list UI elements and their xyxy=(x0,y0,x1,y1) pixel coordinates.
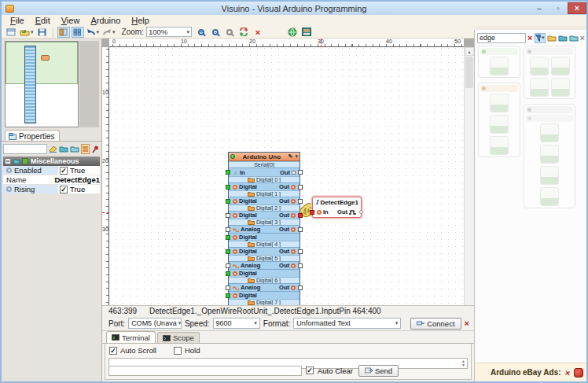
serial-out-pin[interactable] xyxy=(298,170,303,175)
format-select[interactable]: Unformatted Text▾ xyxy=(293,318,401,329)
port-select[interactable]: COM5 (Unava▾ xyxy=(128,318,182,329)
channel-in-pin[interactable] xyxy=(226,185,230,190)
zoom-select[interactable]: 100%▾ xyxy=(146,27,192,37)
channel-in-pin[interactable] xyxy=(226,227,230,232)
collapse-categories-icon[interactable] xyxy=(569,33,579,43)
channel-in-pin[interactable] xyxy=(226,285,230,290)
menu-item-help[interactable]: Help xyxy=(126,16,155,25)
channel-in-pin[interactable] xyxy=(226,213,230,218)
component-thumbnail[interactable] xyxy=(530,78,549,97)
menu-item-edit[interactable]: Edit xyxy=(30,16,56,25)
component-thumbnail[interactable] xyxy=(551,78,570,97)
property-checkbox[interactable]: ✓ xyxy=(60,186,68,193)
send-button[interactable]: Send xyxy=(358,365,399,377)
component-thumbnail[interactable] xyxy=(540,166,559,185)
overview-minimap[interactable] xyxy=(5,41,79,127)
scrollbar-thumb[interactable] xyxy=(465,57,473,88)
delete-icon[interactable]: × xyxy=(252,27,264,38)
component-thumbnail[interactable] xyxy=(540,187,559,206)
menu-item-arduino[interactable]: Arduino xyxy=(85,16,126,25)
property-row-name[interactable]: NameDetectEdge1 xyxy=(3,175,100,185)
connect-button[interactable]: Connect xyxy=(410,318,461,330)
tab-terminal[interactable]: Terminal xyxy=(106,331,156,343)
property-checkbox[interactable]: ✓ xyxy=(60,167,68,175)
close-palette-icon[interactable]: × xyxy=(580,33,586,43)
component-search-input[interactable] xyxy=(477,33,526,43)
send-input[interactable] xyxy=(108,366,302,376)
zoom-fit-icon[interactable] xyxy=(223,27,236,38)
component-category-card[interactable] xyxy=(524,46,575,99)
component-arduino-uno[interactable]: Arduino Uno✎▾Serial[0]InOutDigital[ 0 ]D… xyxy=(228,152,300,305)
minimize-button[interactable]: – xyxy=(530,2,549,14)
board-header[interactable]: Arduino Uno✎▾ xyxy=(229,153,300,161)
properties-filter-input[interactable] xyxy=(3,144,47,154)
speed-select[interactable]: 9600▾ xyxy=(213,318,260,329)
tab-properties[interactable]: Properties xyxy=(5,130,60,142)
channel-out-pin-wired[interactable] xyxy=(298,213,303,218)
hold-checkbox[interactable] xyxy=(174,347,182,355)
component-thumbnail[interactable] xyxy=(530,57,549,75)
filter-button[interactable]: ▾ xyxy=(535,33,546,43)
categorized-view-icon[interactable] xyxy=(81,144,90,154)
auto-scroll-checkbox[interactable]: ✓ xyxy=(109,347,117,355)
compile-icon[interactable] xyxy=(237,27,250,38)
channel-out-pin[interactable] xyxy=(298,285,303,290)
board-edit-icon[interactable]: ✎ xyxy=(288,153,293,160)
channel-in-pin[interactable] xyxy=(226,271,230,276)
component-category-card[interactable] xyxy=(524,104,575,208)
structure-view-toggle[interactable] xyxy=(57,27,70,38)
zoom-in-icon[interactable]: + xyxy=(195,27,208,38)
ads-close-icon[interactable] xyxy=(574,368,583,377)
component-category-card[interactable] xyxy=(478,46,520,78)
redo-icon[interactable]: ▾ xyxy=(101,27,116,38)
channel-out-pin[interactable] xyxy=(298,185,303,190)
property-row-rising[interactable]: Rising✓True xyxy=(3,185,100,194)
channel-in-pin[interactable] xyxy=(226,249,230,254)
property-row-enabled[interactable]: Enabled✓True xyxy=(3,166,100,175)
channel-out-pin[interactable] xyxy=(298,249,303,254)
component-thumbnail[interactable] xyxy=(490,94,509,112)
clear-filter-icon[interactable] xyxy=(49,144,57,154)
auto-clear-checkbox[interactable]: ✓ xyxy=(306,366,314,374)
close-connection-panel-icon[interactable]: × xyxy=(465,319,469,328)
channel-out-pin[interactable] xyxy=(298,199,303,204)
channel-out-pin[interactable] xyxy=(298,263,303,268)
component-thumbnail[interactable] xyxy=(490,57,509,75)
canvas-vertical-scrollbar[interactable]: ▴ ▾ xyxy=(464,47,474,305)
open-project-icon[interactable]: ▾ xyxy=(19,27,35,38)
zoom-out-icon[interactable]: - xyxy=(209,27,222,38)
detectedge-header[interactable]: DetectEdge1 xyxy=(313,197,361,207)
new-category-icon[interactable] xyxy=(547,33,557,43)
channel-in-pin[interactable] xyxy=(226,199,230,204)
property-category-header[interactable]: Miscellaneous xyxy=(3,157,100,166)
channel-in-pin[interactable] xyxy=(226,235,230,240)
tab-scope[interactable]: Scope xyxy=(157,332,200,343)
save-icon[interactable] xyxy=(36,27,49,38)
detectedge-out-pin[interactable] xyxy=(359,210,363,214)
clear-search-icon[interactable]: × xyxy=(527,33,533,43)
component-thumbnail[interactable] xyxy=(551,57,570,75)
ads-tools-icon[interactable]: × xyxy=(564,367,571,377)
help-web-icon[interactable] xyxy=(286,27,299,38)
channel-out-pin[interactable] xyxy=(298,227,303,232)
design-canvas[interactable]: Arduino Uno✎▾Serial[0]InOutDigital[ 0 ]D… xyxy=(109,47,464,305)
expand-all-icon[interactable] xyxy=(59,144,68,154)
maximize-button[interactable]: ▫ xyxy=(549,2,568,14)
component-detectedge1[interactable]: DetectEdge1 In Out xyxy=(312,197,362,218)
board-menu-icon[interactable]: ▾ xyxy=(295,153,298,160)
component-category-card[interactable] xyxy=(478,83,520,157)
undo-icon[interactable]: ▾ xyxy=(86,27,101,38)
menu-item-view[interactable]: View xyxy=(56,16,86,25)
pin-icon[interactable] xyxy=(91,144,100,154)
minimap-viewport[interactable] xyxy=(6,42,78,84)
serial-in-pin[interactable] xyxy=(226,170,230,175)
component-thumbnail[interactable] xyxy=(540,145,559,164)
component-thumbnail[interactable] xyxy=(540,123,559,142)
expand-categories-icon[interactable] xyxy=(558,33,568,43)
channel-in-pin[interactable] xyxy=(226,293,230,298)
collapse-all-icon[interactable] xyxy=(70,144,79,154)
grid-view-toggle[interactable] xyxy=(72,27,84,38)
component-thumbnail[interactable] xyxy=(490,115,509,134)
component-thumbnail[interactable] xyxy=(490,136,509,155)
new-project-icon[interactable] xyxy=(5,27,17,38)
